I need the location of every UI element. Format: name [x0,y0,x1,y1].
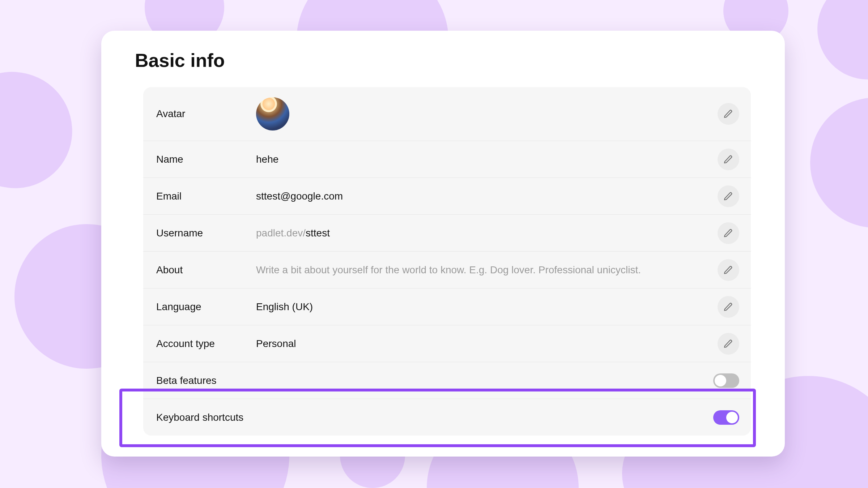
row-value-avatar [256,97,718,130]
pencil-icon [724,192,733,201]
username-value: sttest [306,227,330,239]
pencil-icon [724,228,733,238]
basic-info-card: Basic info Avatar Name hehe Email sttest… [101,31,785,457]
edit-about-button[interactable] [718,259,739,281]
row-value-account: Personal [256,338,718,350]
edit-language-button[interactable] [718,296,739,318]
row-value-name: hehe [256,154,718,165]
pencil-icon [724,339,733,348]
row-label-name: Name [156,154,256,165]
row-account-type: Account type Personal [143,325,751,362]
row-label-beta: Beta features [156,375,713,386]
edit-avatar-button[interactable] [718,103,739,125]
row-label-username: Username [156,227,256,239]
row-about: About Write a bit about yourself for the… [143,251,751,288]
row-beta-features: Beta features [143,362,751,399]
row-keyboard-shortcuts: Keyboard shortcuts [143,399,751,436]
row-label-about: About [156,264,256,276]
row-name: Name hehe [143,141,751,177]
row-email: Email sttest@google.com [143,177,751,214]
decorative-blob [817,0,868,80]
pencil-icon [724,302,733,312]
decorative-blob [810,98,868,228]
pencil-icon [724,265,733,275]
pencil-icon [724,155,733,164]
row-label-keyboard: Keyboard shortcuts [156,412,713,423]
row-value-username: padlet.dev/sttest [256,227,718,239]
row-value-language: English (UK) [256,301,718,313]
avatar [256,97,289,130]
row-label-email: Email [156,191,256,202]
row-language: Language English (UK) [143,288,751,325]
edit-name-button[interactable] [718,149,739,170]
row-label-avatar: Avatar [156,108,256,120]
row-value-about: Write a bit about yourself for the world… [256,264,718,276]
edit-account-button[interactable] [718,333,739,355]
row-label-account: Account type [156,338,256,350]
page-title: Basic info [135,50,767,71]
edit-username-button[interactable] [718,222,739,244]
row-value-email: sttest@google.com [256,191,718,202]
username-prefix: padlet.dev/ [256,227,306,239]
keyboard-shortcuts-toggle[interactable] [713,410,739,425]
edit-email-button[interactable] [718,185,739,207]
row-username: Username padlet.dev/sttest [143,214,751,251]
settings-panel: Avatar Name hehe Email sttest@google.com… [143,87,751,436]
decorative-blob [0,65,80,195]
row-avatar: Avatar [143,87,751,141]
beta-features-toggle[interactable] [713,373,739,388]
pencil-icon [724,109,733,119]
row-label-language: Language [156,301,256,313]
